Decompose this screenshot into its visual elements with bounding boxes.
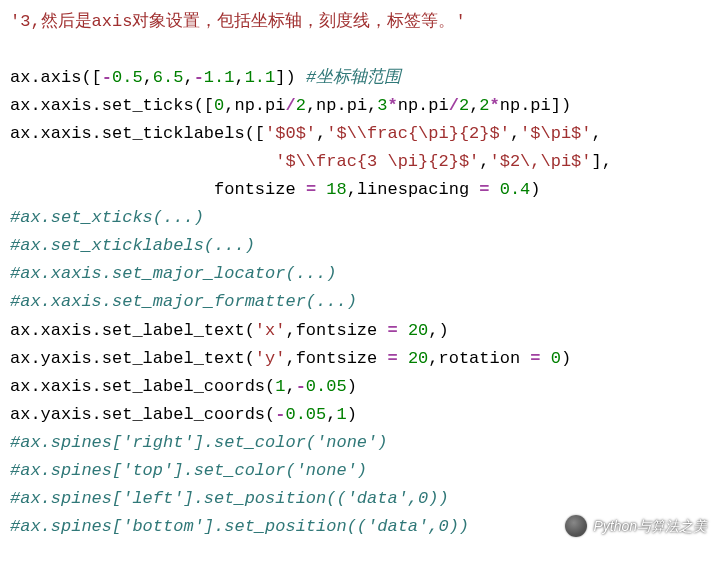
code-text: ,) <box>428 321 448 340</box>
code-text: np.pi]) <box>500 96 571 115</box>
string-literal: '$2\,\pi$' <box>490 152 592 171</box>
code-text: ax.xaxis.set_ticklabels([ <box>10 124 265 143</box>
bracket: ], <box>592 152 612 171</box>
code-line-11: #ax.xaxis.set_major_formatter(...) <box>10 288 715 316</box>
space <box>398 349 408 368</box>
paren: ) <box>347 405 357 424</box>
number: 0.05 <box>285 405 326 424</box>
space <box>398 321 408 340</box>
code-line-9: #ax.set_xticklabels(...) <box>10 232 715 260</box>
string-literal: '$0$' <box>265 124 316 143</box>
code-text: ax.yaxis.set_label_coords( <box>10 405 275 424</box>
number: 0.5 <box>112 68 143 87</box>
code-line-8: #ax.set_xticks(...) <box>10 204 715 232</box>
indent <box>10 180 214 199</box>
operator-div: / <box>285 96 295 115</box>
code-line-7: fontsize = 18,linespacing = 0.4) <box>10 176 715 204</box>
code-text: ,rotation <box>428 349 530 368</box>
string-literal: '3,然后是axis对象设置，包括坐标轴，刻度线，标签等。' <box>10 12 466 31</box>
paren: ) <box>347 377 357 396</box>
watermark: Python与算法之美 <box>565 515 707 538</box>
operator-minus: - <box>102 68 112 87</box>
code-text: ]) <box>275 68 306 87</box>
number: 0.05 <box>306 377 347 396</box>
code-line-12: ax.xaxis.set_label_text('x',fontsize = 2… <box>10 317 715 345</box>
code-line-16: #ax.spines['right'].set_color('none') <box>10 429 715 457</box>
comma: , <box>234 68 244 87</box>
operator-mul: * <box>388 96 398 115</box>
string-literal: '$\\frac{3 \pi}{2}$' <box>275 152 479 171</box>
code-text: ax.xaxis.set_ticks([ <box>10 96 214 115</box>
comment: #ax.xaxis.set_major_formatter(...) <box>10 292 357 311</box>
blank-line <box>10 36 715 64</box>
operator-eq: = <box>479 180 489 199</box>
operator-eq: = <box>306 180 316 199</box>
comment: #ax.spines['left'].set_position(('data',… <box>10 489 449 508</box>
comma: , <box>143 68 153 87</box>
comment: #坐标轴范围 <box>306 68 401 87</box>
number: 2 <box>459 96 469 115</box>
string-literal: 'x' <box>255 321 286 340</box>
comment: #ax.spines['right'].set_color('none') <box>10 433 387 452</box>
code-line-1: '3,然后是axis对象设置，包括坐标轴，刻度线，标签等。' <box>10 8 715 36</box>
comma: , <box>326 405 336 424</box>
code-text: ,linespacing <box>347 180 480 199</box>
code-line-17: #ax.spines['top'].set_color('none') <box>10 457 715 485</box>
code-text: fontsize <box>214 180 306 199</box>
number: 1.1 <box>204 68 235 87</box>
comment: #ax.xaxis.set_major_locator(...) <box>10 264 336 283</box>
space <box>541 349 551 368</box>
comment: #ax.set_xticklabels(...) <box>10 236 255 255</box>
number: 6.5 <box>153 68 184 87</box>
code-line-13: ax.yaxis.set_label_text('y',fontsize = 2… <box>10 345 715 373</box>
operator-eq: = <box>387 321 397 340</box>
watermark-icon <box>565 515 587 537</box>
number: 0 <box>214 96 224 115</box>
code-text: ,fontsize <box>285 321 387 340</box>
paren: ) <box>530 180 540 199</box>
operator-eq: = <box>530 349 540 368</box>
number: 1 <box>336 405 346 424</box>
code-text: ax.xaxis.set_label_text( <box>10 321 255 340</box>
comma: , <box>479 152 489 171</box>
code-line-3: ax.axis([-0.5,6.5,-1.1,1.1]) #坐标轴范围 <box>10 64 715 92</box>
operator-eq: = <box>387 349 397 368</box>
comma: , <box>183 68 193 87</box>
code-text: ,np.pi <box>224 96 285 115</box>
indent <box>10 152 275 171</box>
number: 20 <box>408 349 428 368</box>
code-text: ax.xaxis.set_label_coords( <box>10 377 275 396</box>
code-line-18: #ax.spines['left'].set_position(('data',… <box>10 485 715 513</box>
code-line-6: '$\\frac{3 \pi}{2}$','$2\,\pi$'], <box>10 148 715 176</box>
comma: , <box>592 124 602 143</box>
operator-div: / <box>449 96 459 115</box>
operator-minus: - <box>194 68 204 87</box>
code-text: ax.yaxis.set_label_text( <box>10 349 255 368</box>
code-text: ,np.pi, <box>306 96 377 115</box>
string-literal: '$\\frac{\pi}{2}$' <box>326 124 510 143</box>
operator-minus: - <box>296 377 306 396</box>
operator-mul: * <box>490 96 500 115</box>
code-text: ax.axis([ <box>10 68 102 87</box>
space <box>316 180 326 199</box>
number: 0 <box>551 349 561 368</box>
number: 1.1 <box>245 68 276 87</box>
code-line-14: ax.xaxis.set_label_coords(1,-0.05) <box>10 373 715 401</box>
string-literal: '$\pi$' <box>520 124 591 143</box>
number: 1 <box>275 377 285 396</box>
comment: #ax.set_xticks(...) <box>10 208 204 227</box>
code-line-10: #ax.xaxis.set_major_locator(...) <box>10 260 715 288</box>
operator-minus: - <box>275 405 285 424</box>
number: 3 <box>377 96 387 115</box>
code-text: ,fontsize <box>285 349 387 368</box>
number: 0.4 <box>500 180 531 199</box>
string-literal: 'y' <box>255 349 286 368</box>
space <box>490 180 500 199</box>
comma: , <box>285 377 295 396</box>
code-text: np.pi <box>398 96 449 115</box>
code-line-5: ax.xaxis.set_ticklabels(['$0$','$\\frac{… <box>10 120 715 148</box>
comma: , <box>316 124 326 143</box>
code-text: , <box>469 96 479 115</box>
comment: #ax.spines['bottom'].set_position(('data… <box>10 517 469 536</box>
number: 2 <box>296 96 306 115</box>
